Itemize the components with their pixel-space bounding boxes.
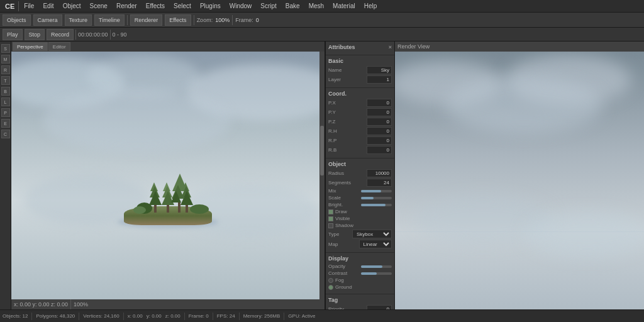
name-label: Name xyxy=(328,67,365,73)
toolbar-renderer[interactable]: Renderer xyxy=(130,14,163,26)
mix-slider[interactable] xyxy=(361,190,392,192)
seg-row: Segments 24 xyxy=(328,179,392,187)
px-value[interactable]: 0 xyxy=(367,99,392,107)
status-sep5 xyxy=(213,313,213,320)
menu-effects[interactable]: Effects xyxy=(142,1,169,11)
display-title: Display xyxy=(328,255,392,262)
tag-title: Tag xyxy=(328,297,392,303)
canvas-viewport[interactable] xyxy=(11,52,325,299)
play-btn[interactable]: Play xyxy=(3,29,23,40)
scale-slider-label: Scale xyxy=(328,195,359,201)
pz-value[interactable]: 0 xyxy=(367,118,392,126)
zoom-label: Zoom: xyxy=(197,17,213,23)
tool-lasso[interactable]: L xyxy=(1,97,10,106)
toolbar-effects[interactable]: Effects xyxy=(165,14,191,26)
rp-row: R.P 0 xyxy=(328,136,392,145)
shadow-checkbox[interactable] xyxy=(328,223,333,228)
left-toolbar: S M R T B L P E C xyxy=(0,42,11,309)
visible-checkbox[interactable] xyxy=(328,216,333,221)
draw-row: Draw xyxy=(328,209,392,214)
radius-value[interactable]: 10000 xyxy=(367,169,392,177)
object-section: Object Radius 10000 Segments 24 Mix Scal… xyxy=(326,158,394,253)
menu-bake[interactable]: Bake xyxy=(282,1,304,11)
py-row: P.Y 0 xyxy=(328,108,392,116)
tool-select[interactable]: S xyxy=(1,44,10,53)
right-header: Render View xyxy=(395,42,644,52)
rh-value[interactable]: 0 xyxy=(367,127,392,135)
menu-help[interactable]: Help xyxy=(360,1,381,11)
name-value[interactable]: Sky xyxy=(367,66,392,74)
priority-value[interactable]: 0 xyxy=(367,305,392,309)
bright-slider[interactable] xyxy=(361,204,392,206)
tool-move[interactable]: M xyxy=(1,55,10,64)
tool-brush[interactable]: B xyxy=(1,87,10,96)
menu-plugins[interactable]: Plugins xyxy=(196,1,225,11)
canvas-v-scrollbar[interactable] xyxy=(319,52,325,299)
rb-value[interactable]: 0 xyxy=(367,146,392,154)
menu-object[interactable]: Object xyxy=(59,1,85,11)
tool-pen[interactable]: P xyxy=(1,108,10,117)
menu-file[interactable]: File xyxy=(20,1,38,11)
menu-edit[interactable]: Edit xyxy=(39,1,57,11)
status-sep4 xyxy=(184,313,185,320)
r-cloud-3 xyxy=(445,77,602,133)
right-viewport[interactable] xyxy=(395,52,644,309)
toolbar-camera[interactable]: Camera xyxy=(33,14,62,26)
draw-checkbox[interactable] xyxy=(328,209,333,214)
map-select[interactable]: Linear Cubic xyxy=(359,240,392,248)
range-label: 0 - 90 xyxy=(113,31,127,38)
menu-window[interactable]: Window xyxy=(226,1,256,11)
rh-label: R.H xyxy=(328,128,365,134)
canvas-tab-perspective[interactable]: Perspective xyxy=(13,42,48,51)
pz-label: P.Z xyxy=(328,119,365,125)
toolbar-timeline[interactable]: Timeline xyxy=(94,14,125,26)
opacity-label: Opacity xyxy=(328,264,359,269)
status-bar: Objects: 12 Polygons: 48,320 Vertices: 2… xyxy=(0,309,644,322)
tool-edge[interactable]: E xyxy=(1,119,10,128)
horizon-line xyxy=(395,231,644,232)
type-label: Type xyxy=(328,231,351,237)
scale-slider[interactable] xyxy=(361,197,392,199)
px-row: P.X 0 xyxy=(328,99,392,107)
canvas-footer-coords: x: 0.00 y: 0.00 z: 0.00 xyxy=(14,301,68,308)
ground-radio[interactable] xyxy=(328,285,333,290)
status-sep1 xyxy=(31,313,32,320)
rp-value[interactable]: 0 xyxy=(367,136,392,145)
menu-script[interactable]: Script xyxy=(257,1,280,11)
status-sep2 xyxy=(79,313,79,320)
menu-scene[interactable]: Scene xyxy=(86,1,111,11)
status-vertices: Vertices: 24,160 xyxy=(83,313,119,319)
tool-scale[interactable]: T xyxy=(1,76,10,85)
stop-btn[interactable]: Stop xyxy=(25,29,45,40)
seg-value[interactable]: 24 xyxy=(367,179,392,187)
canvas-footer-zoom: 100% xyxy=(74,301,88,308)
type-select[interactable]: Skybox Panorama xyxy=(352,230,392,238)
tool-cut[interactable]: C xyxy=(1,130,10,138)
mix-fill xyxy=(361,190,381,192)
menu-select[interactable]: Select xyxy=(170,1,195,11)
priority-row: Priority 0 xyxy=(328,305,392,309)
layer-value[interactable]: 1 xyxy=(367,75,392,84)
app-title: CE xyxy=(3,3,17,10)
bush-3 xyxy=(133,206,146,214)
py-value[interactable]: 0 xyxy=(367,108,392,116)
opacity-slider[interactable] xyxy=(361,265,392,268)
toolbar-texture[interactable]: Texture xyxy=(65,14,92,26)
basic-title: Basic xyxy=(328,58,392,64)
canvas-tab-editor[interactable]: Editor xyxy=(48,42,70,51)
mix-label: Mix xyxy=(328,188,359,194)
menu-mesh[interactable]: Mesh xyxy=(305,1,328,11)
toolbar-objects[interactable]: Objects xyxy=(3,14,31,26)
menu-render[interactable]: Render xyxy=(113,1,141,11)
record-btn[interactable]: Record xyxy=(47,29,74,40)
status-frame: Frame: 0 xyxy=(189,313,209,319)
contrast-slider[interactable] xyxy=(361,272,392,275)
tool-rotate[interactable]: R xyxy=(1,65,10,74)
close-icon[interactable]: × xyxy=(389,44,392,50)
fog-radio[interactable] xyxy=(328,278,333,283)
menu-material[interactable]: Material xyxy=(329,1,359,11)
coord-section: Coord. P.X 0 P.Y 0 P.Z 0 R.H 0 R.P 0 xyxy=(326,88,394,158)
contrast-label: Contrast xyxy=(328,270,359,276)
bright-fill xyxy=(361,204,386,206)
canvas-scrollbar-thumb[interactable] xyxy=(320,126,324,175)
